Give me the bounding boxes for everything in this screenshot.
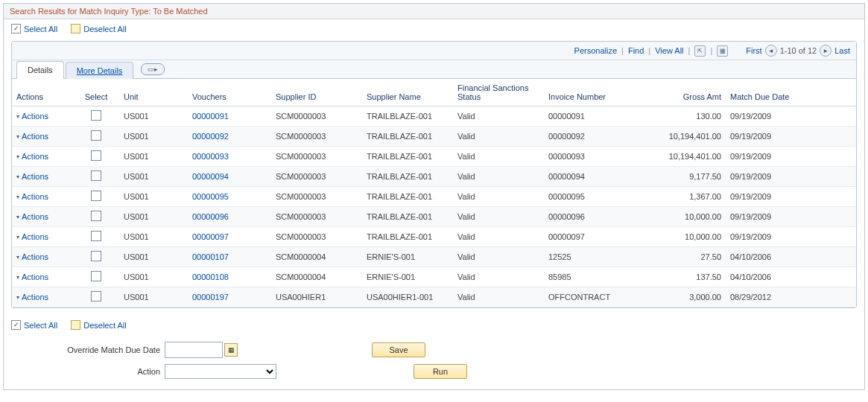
select-all-top[interactable]: Select All (11, 24, 57, 34)
table-row: ▾ActionsUS00100000092SCM0000003TRAILBLAZ… (12, 127, 856, 147)
row-actions-label: Actions (22, 272, 48, 281)
deselect-all-bottom[interactable]: Deselect All (71, 320, 126, 330)
row-select-checkbox[interactable] (91, 211, 101, 221)
cell-supplier-name: TRAILBLAZE-001 (362, 207, 453, 227)
checkbox-checked-icon (11, 320, 21, 330)
col-invoice: Invoice Number (544, 79, 642, 106)
voucher-link[interactable]: 00000093 (192, 152, 229, 161)
pager-prev-icon[interactable]: ◄ (765, 45, 777, 57)
cell-gross-amt: 3,000.00 (642, 287, 726, 307)
row-actions-menu[interactable]: ▾Actions (16, 252, 69, 261)
cell-unit: US001 (119, 227, 188, 247)
cell-gross-amt: 10,000.00 (642, 227, 726, 247)
row-select-checkbox[interactable] (91, 291, 101, 302)
action-label: Action (11, 367, 165, 376)
run-button[interactable]: Run (414, 364, 467, 379)
row-select-checkbox[interactable] (91, 251, 101, 261)
voucher-link[interactable]: 00000096 (192, 212, 229, 221)
row-select-checkbox[interactable] (91, 231, 101, 241)
row-actions-menu[interactable]: ▾Actions (16, 293, 69, 302)
row-actions-menu[interactable]: ▾Actions (16, 192, 69, 201)
find-link[interactable]: Find (628, 46, 644, 55)
cell-supplier-id: SCM0000003 (271, 127, 362, 147)
row-actions-label: Actions (22, 112, 48, 121)
download-grid-icon[interactable]: ▦ (717, 45, 728, 57)
tab-details[interactable]: Details (16, 61, 64, 79)
row-select-checkbox[interactable] (91, 170, 101, 181)
cell-fin-status: Valid (453, 267, 544, 287)
tab-more-details-label: More Details (77, 66, 123, 75)
row-select-checkbox[interactable] (91, 130, 101, 141)
row-actions-label: Actions (22, 232, 48, 241)
cell-unit: US001 (119, 267, 188, 287)
show-all-columns-icon[interactable]: ▭▸ (141, 63, 165, 75)
select-bar-bottom: Select All Deselect All (4, 316, 864, 334)
voucher-link[interactable]: 00000094 (192, 172, 229, 181)
cell-match-due: 04/10/2006 (726, 267, 856, 287)
row-actions-menu[interactable]: ▾Actions (16, 272, 69, 281)
cell-supplier-name: TRAILBLAZE-001 (362, 187, 453, 207)
row-actions-menu[interactable]: ▾Actions (16, 212, 69, 221)
cell-gross-amt: 27.50 (642, 247, 726, 267)
override-date-input[interactable] (165, 342, 223, 358)
cell-supplier-id: SCM0000004 (271, 267, 362, 287)
pager-last[interactable]: Last (834, 46, 850, 55)
triangle-down-icon: ▾ (16, 194, 19, 200)
cell-invoice: 00000094 (544, 167, 642, 187)
cell-fin-status: Valid (453, 227, 544, 247)
row-select-checkbox[interactable] (91, 271, 101, 281)
voucher-link[interactable]: 00000095 (192, 192, 229, 201)
row-actions-label: Actions (22, 132, 48, 141)
cell-invoice: 12525 (544, 247, 642, 267)
cell-gross-amt: 130.00 (642, 106, 726, 127)
footer-form: Override Match Due Date ▦ Save Action Ru… (11, 342, 857, 379)
voucher-link[interactable]: 00000091 (192, 112, 229, 121)
calendar-icon[interactable]: ▦ (224, 343, 238, 357)
cell-unit: US001 (119, 106, 188, 127)
triangle-down-icon: ▾ (16, 294, 19, 301)
voucher-link[interactable]: 00000097 (192, 232, 229, 241)
cell-fin-status: Valid (453, 187, 544, 207)
row-select-checkbox[interactable] (91, 150, 101, 161)
select-all-bottom[interactable]: Select All (11, 320, 57, 330)
cell-fin-status: Valid (453, 207, 544, 227)
pager-first[interactable]: First (746, 46, 761, 55)
action-select[interactable] (165, 364, 276, 379)
zoom-grid-icon[interactable]: ⇱ (694, 45, 706, 57)
row-actions-menu[interactable]: ▾Actions (16, 132, 69, 141)
select-bar-top: Select All Deselect All (4, 19, 864, 38)
cell-invoice: 00000096 (544, 207, 642, 227)
deselect-all-top[interactable]: Deselect All (71, 24, 126, 34)
override-date-label: Override Match Due Date (11, 345, 165, 354)
tab-more-details[interactable]: More Details (66, 62, 134, 79)
triangle-down-icon: ▾ (16, 113, 19, 120)
row-select-checkbox[interactable] (91, 110, 101, 121)
cell-unit: US001 (119, 207, 188, 227)
cell-supplier-id: SCM0000003 (271, 227, 362, 247)
separator: | (688, 46, 691, 55)
results-panel: Search Results for Match Inquiry Type: T… (3, 3, 865, 390)
pager-next-icon[interactable]: ► (820, 45, 831, 57)
cell-invoice: 00000092 (544, 127, 642, 147)
row-actions-label: Actions (22, 152, 48, 161)
col-supplier-name: Supplier Name (362, 79, 453, 106)
voucher-link[interactable]: 00000092 (192, 132, 229, 141)
voucher-link[interactable]: 00000107 (192, 252, 229, 261)
voucher-link[interactable]: 00000197 (192, 293, 229, 302)
row-actions-menu[interactable]: ▾Actions (16, 112, 69, 121)
row-actions-menu[interactable]: ▾Actions (16, 152, 69, 161)
personalize-link[interactable]: Personalize (574, 46, 617, 55)
view-all-link[interactable]: View All (655, 46, 683, 55)
cell-match-due: 09/19/2009 (726, 187, 856, 207)
row-select-checkbox[interactable] (91, 191, 101, 201)
save-button[interactable]: Save (372, 342, 425, 357)
row-actions-menu[interactable]: ▾Actions (16, 232, 69, 241)
triangle-down-icon: ▾ (16, 153, 19, 160)
select-all-label: Select All (24, 321, 57, 330)
separator: | (648, 46, 650, 55)
row-actions-menu[interactable]: ▾Actions (16, 172, 69, 181)
cell-fin-status: Valid (453, 106, 544, 127)
cell-supplier-id: SCM0000003 (271, 106, 362, 127)
voucher-link[interactable]: 00000108 (192, 272, 229, 281)
triangle-down-icon: ▾ (16, 274, 19, 281)
